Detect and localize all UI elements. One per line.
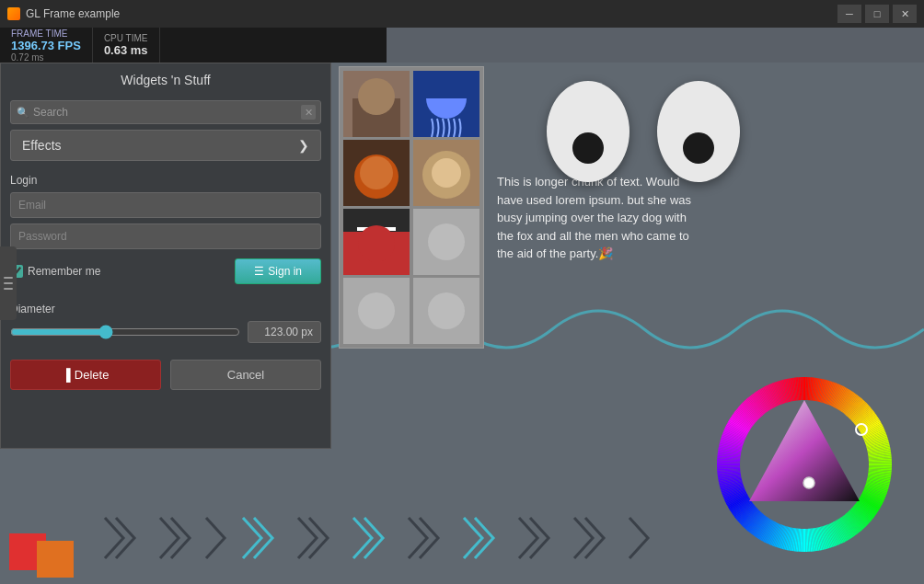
- titlebar-left: GL Frame example: [7, 7, 120, 20]
- image-cell-7: [343, 278, 410, 344]
- cancel-button[interactable]: Cancel: [170, 360, 321, 390]
- stats-bar: Frame Time 1396.73 FPS 0.72 ms CPU Time …: [0, 28, 387, 63]
- image-grid: [343, 71, 479, 344]
- email-field[interactable]: [10, 192, 321, 218]
- delete-label: Delete: [75, 368, 110, 382]
- image-cell-4[interactable]: [413, 140, 479, 206]
- main-content: Widgets 'n Stuff 🔍 ✕ Effects ❯ Login Rem…: [0, 63, 924, 584]
- widget-title: Widgets 'n Stuff: [1, 63, 330, 97]
- effects-button[interactable]: Effects ❯: [10, 130, 321, 161]
- diameter-slider[interactable]: [10, 325, 240, 339]
- eyes-container: [547, 81, 740, 182]
- effects-arrow-icon: ❯: [298, 138, 309, 153]
- action-row: ▐ Delete Cancel: [1, 350, 330, 399]
- handle-line-3: [4, 288, 13, 290]
- maximize-button[interactable]: □: [865, 5, 889, 23]
- app-icon: [7, 7, 20, 20]
- left-pupil: [572, 132, 604, 164]
- sidebar-handle[interactable]: [0, 246, 17, 320]
- diameter-label: Diameter: [10, 303, 321, 315]
- frame-time-value: 1396.73 FPS: [11, 39, 81, 52]
- image-cell-8: [413, 278, 479, 344]
- arrows-row: [0, 501, 924, 575]
- frame-time-label: Frame Time: [11, 29, 81, 39]
- signin-label: Sign in: [268, 265, 302, 278]
- image-grid-panel: [339, 66, 484, 349]
- widget-panel: Widgets 'n Stuff 🔍 ✕ Effects ❯ Login Rem…: [0, 63, 331, 449]
- close-button[interactable]: ✕: [893, 5, 917, 23]
- cpu-time-value: 0.63 ms: [104, 43, 148, 57]
- image-cell-2[interactable]: [413, 71, 479, 137]
- window-controls: ─ □ ✕: [837, 5, 917, 23]
- login-section: Login Remember me ☰ Sign in: [1, 166, 330, 295]
- frame-time-block: Frame Time 1396.73 FPS 0.72 ms: [0, 28, 93, 63]
- image-cell-3[interactable]: [343, 140, 410, 206]
- login-label: Login: [10, 174, 321, 187]
- left-eye: [547, 81, 629, 182]
- image-cell-6: [413, 209, 479, 275]
- diameter-row: 123.00 px: [10, 321, 321, 343]
- remember-me-text: Remember me: [28, 265, 100, 278]
- handle-line-1: [4, 277, 13, 279]
- image-cell-5[interactable]: [343, 209, 410, 275]
- frame-time-sub: 0.72 ms: [11, 52, 81, 63]
- color-indicator[interactable]: [803, 477, 814, 488]
- password-field[interactable]: [10, 223, 321, 249]
- remember-signin-row: Remember me ☰ Sign in: [10, 258, 321, 284]
- cpu-time-label: CPU Time: [104, 33, 148, 43]
- search-input[interactable]: [10, 100, 321, 124]
- arrows-svg: [96, 510, 832, 566]
- right-eye: [657, 81, 740, 182]
- image-cell-1[interactable]: [343, 71, 410, 137]
- window-title: GL Frame example: [26, 7, 120, 20]
- diameter-section: Diameter 123.00 px: [1, 295, 330, 350]
- search-container: 🔍 ✕: [10, 100, 321, 124]
- signin-icon: ☰: [254, 265, 264, 278]
- handle-line-2: [4, 282, 13, 284]
- right-pupil: [683, 132, 714, 164]
- cpu-time-block: CPU Time 0.63 ms: [93, 28, 160, 63]
- titlebar: GL Frame example ─ □ ✕: [0, 0, 924, 28]
- delete-icon: ▐: [63, 368, 71, 382]
- effects-label: Effects: [22, 138, 62, 153]
- search-icon: 🔍: [17, 107, 29, 119]
- text-block: This is longer chunk of text. Would have…: [497, 173, 699, 263]
- search-clear-button[interactable]: ✕: [301, 105, 316, 120]
- remember-me-label[interactable]: Remember me: [10, 265, 100, 278]
- delete-button[interactable]: ▐ Delete: [10, 360, 161, 390]
- minimize-button[interactable]: ─: [837, 5, 861, 23]
- diameter-value: 123.00 px: [248, 321, 321, 343]
- sign-in-button[interactable]: ☰ Sign in: [235, 258, 321, 284]
